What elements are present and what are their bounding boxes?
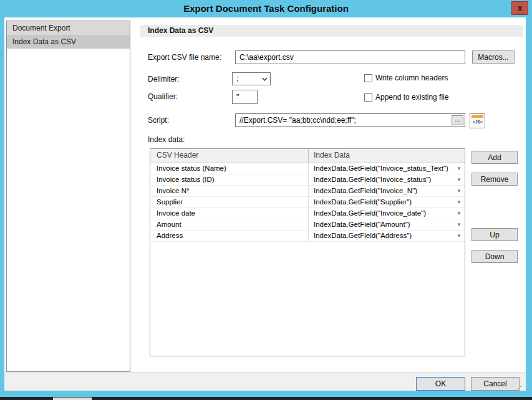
table-row[interactable]: Invoice date IndexData.GetField("Invoice…: [150, 208, 465, 219]
dropdown-arrow-icon[interactable]: ▼: [457, 163, 462, 174]
dropdown-arrow-icon[interactable]: ▼: [457, 197, 462, 207]
dialog-body: Document Export Index Data as CSV Index …: [4, 17, 526, 391]
qualifier-input[interactable]: [232, 90, 258, 104]
index-data-cell[interactable]: IndexData.GetField("Amount")▼: [308, 219, 465, 230]
index-data-cell[interactable]: IndexData.GetField("Invoice_date")▼: [308, 208, 465, 219]
delimiter-select[interactable]: ;: [232, 72, 271, 85]
index-data-table: CSV Header Index Data Invoice status (Na…: [150, 148, 465, 356]
index-data-value: IndexData.GetField("Amount"): [314, 221, 410, 228]
index-data-table-header: CSV Header Index Data: [150, 149, 465, 163]
remove-button[interactable]: Remove: [472, 173, 518, 186]
script-field-group: ...: [235, 113, 465, 127]
window-title: Export Document Task Configuration: [0, 0, 532, 17]
dropdown-arrow-icon[interactable]: ▼: [457, 186, 462, 196]
delimiter-label: Delimiter:: [148, 72, 180, 86]
script-label: Script:: [148, 113, 169, 127]
dropdown-arrow-icon[interactable]: ▼: [457, 231, 462, 241]
qualifier-label: Qualifier:: [148, 90, 178, 103]
csv-header-cell[interactable]: Invoice date: [150, 208, 308, 219]
index-data-cell[interactable]: IndexData.GetField("Invoice_status")▼: [308, 174, 465, 185]
dropdown-arrow-icon[interactable]: ▼: [457, 208, 462, 219]
export-csv-file-name-input[interactable]: [235, 50, 465, 64]
sidebar-item-index-data-as-csv[interactable]: Index Data as CSV: [7, 35, 130, 49]
close-button[interactable]: x: [511, 1, 528, 15]
chevron-down-icon: [262, 77, 267, 82]
taskbar-item[interactable]: [53, 398, 92, 400]
desktop-background: Export Document Task Configuration x Doc…: [0, 0, 532, 400]
index-data-value: IndexData.GetField("Invoice_date"): [314, 209, 426, 217]
add-button[interactable]: Add: [472, 151, 518, 164]
up-button[interactable]: Up: [472, 228, 518, 241]
script-editor-button[interactable]: <J$>: [470, 113, 485, 128]
close-icon: x: [518, 3, 522, 12]
script-input[interactable]: [235, 113, 465, 127]
dropdown-arrow-icon[interactable]: ▼: [457, 174, 462, 185]
index-data-value: IndexData.GetField("Invoice_status_Text"…: [314, 164, 448, 172]
write-column-headers-label: Write column headers: [375, 74, 448, 83]
table-row[interactable]: Supplier IndexData.GetField("Supplier")▼: [150, 197, 465, 208]
index-data-value: IndexData.GetField("Invoice_status"): [314, 176, 431, 183]
write-column-headers-checkbox[interactable]: [364, 74, 372, 82]
js-icon-titlebar: [472, 115, 483, 118]
sidebar-item-document-export[interactable]: Document Export: [7, 21, 130, 35]
macros-button[interactable]: Macros...: [472, 50, 515, 64]
csv-header-cell[interactable]: Invoice status (ID): [150, 174, 308, 185]
javascript-icon: <J$>: [470, 119, 485, 125]
export-task-config-dialog: Export Document Task Configuration x Doc…: [0, 0, 532, 397]
column-header-csv-header[interactable]: CSV Header: [150, 149, 308, 163]
index-data-value: IndexData.GetField("Supplier"): [314, 198, 412, 206]
cancel-button[interactable]: Cancel: [471, 377, 520, 391]
append-to-existing-file-label: Append to existing file: [375, 93, 448, 102]
down-button[interactable]: Down: [472, 250, 518, 263]
ellipsis-icon: ...: [455, 116, 460, 123]
csv-header-cell[interactable]: Amount: [150, 219, 308, 230]
script-browse-button[interactable]: ...: [452, 115, 463, 125]
index-data-label: Index data:: [148, 133, 185, 146]
index-data-value: IndexData.GetField("Address"): [314, 232, 412, 239]
table-row[interactable]: Invoice status (ID) IndexData.GetField("…: [150, 174, 465, 186]
csv-header-cell[interactable]: Invoice N°: [150, 186, 308, 196]
index-data-cell[interactable]: IndexData.GetField("Address")▼: [308, 231, 465, 241]
table-row[interactable]: Address IndexData.GetField("Address")▼: [150, 231, 465, 242]
sidebar-list: Document Export Index Data as CSV: [6, 21, 130, 372]
panel-header: Index Data as CSV: [140, 25, 523, 37]
table-row[interactable]: Invoice status (Name) IndexData.GetField…: [150, 163, 465, 174]
table-row[interactable]: Invoice N° IndexData.GetField("Invoice_N…: [150, 186, 465, 197]
index-data-table-body: Invoice status (Name) IndexData.GetField…: [150, 163, 465, 242]
delimiter-value: ;: [236, 74, 238, 83]
csv-header-cell[interactable]: Supplier: [150, 197, 308, 207]
titlebar[interactable]: Export Document Task Configuration x: [0, 0, 532, 17]
export-csv-file-name-label: Export CSV file name:: [148, 50, 221, 64]
column-header-index-data[interactable]: Index Data: [308, 149, 465, 163]
taskbar-strip: [0, 397, 532, 400]
index-data-cell[interactable]: IndexData.GetField("Supplier")▼: [308, 197, 465, 207]
resize-grip-icon[interactable]: [520, 386, 521, 387]
index-data-cell[interactable]: IndexData.GetField("Invoice_N")▼: [308, 186, 465, 196]
csv-header-cell[interactable]: Invoice status (Name): [150, 163, 308, 174]
csv-header-cell[interactable]: Address: [150, 231, 308, 241]
append-to-existing-file-checkbox[interactable]: [364, 93, 372, 102]
index-data-cell[interactable]: IndexData.GetField("Invoice_status_Text"…: [308, 163, 465, 174]
ok-button[interactable]: OK: [416, 377, 465, 391]
index-data-value: IndexData.GetField("Invoice_N"): [314, 187, 417, 194]
table-row[interactable]: Amount IndexData.GetField("Amount")▼: [150, 219, 465, 231]
dropdown-arrow-icon[interactable]: ▼: [457, 219, 462, 230]
